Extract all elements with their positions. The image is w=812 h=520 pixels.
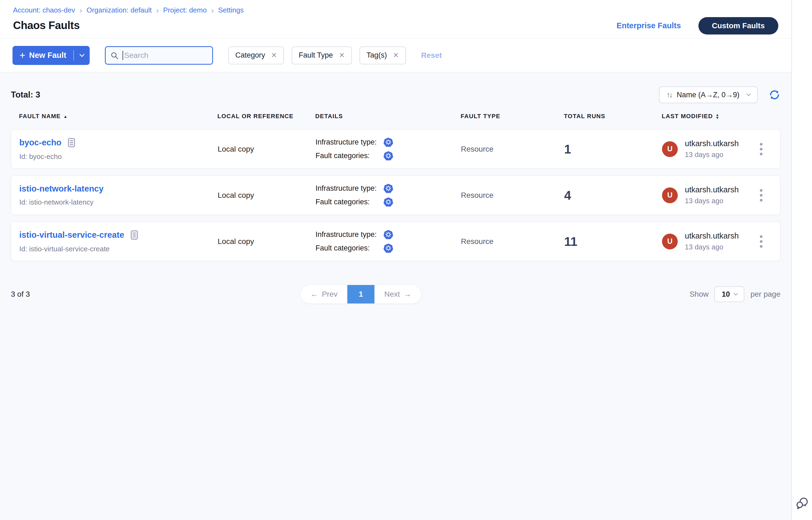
table-row: istio-virtual-service-create Id: istio-v… — [11, 222, 781, 261]
fault-type-cell: Resource — [461, 145, 564, 154]
infrastructure-type-label: Infrastructure type: — [315, 184, 383, 192]
avatar: U — [662, 141, 678, 157]
fault-name-link[interactable]: istio-virtual-service-create — [19, 230, 124, 240]
search-box — [105, 46, 213, 64]
sort-ascending-icon: ▲ — [63, 114, 68, 119]
local-or-reference-cell: Local copy — [218, 145, 315, 154]
search-input[interactable] — [124, 51, 203, 60]
row-menu-button[interactable] — [750, 186, 772, 204]
local-or-reference-cell: Local copy — [218, 191, 315, 200]
sort-updown-icon: ↑↓ — [667, 91, 672, 99]
arrow-left-icon: ← — [310, 290, 318, 298]
chip-label: Tag(s) — [366, 51, 387, 59]
column-label: TOTAL RUNS — [564, 113, 606, 120]
content-area: Total: 3 ↑↓ Name (A→Z, 0→9) — [0, 72, 791, 520]
infrastructure-type-label: Infrastructure type: — [315, 138, 383, 147]
reset-filters-button[interactable]: Reset — [421, 51, 442, 60]
last-modified-cell: U utkarsh.utkarsh 13 days ago — [662, 232, 750, 251]
kubernetes-icon — [383, 243, 393, 253]
modified-time: 13 days ago — [685, 151, 739, 159]
column-label: FAULT TYPE — [461, 113, 500, 120]
close-icon[interactable]: ✕ — [393, 51, 399, 59]
app-root: Account: chaos-dev › Organization: defau… — [0, 0, 812, 520]
kubernetes-icon — [383, 230, 393, 240]
fault-id: Id: istio-network-latency — [19, 198, 218, 206]
page-1-button[interactable]: 1 — [347, 285, 375, 304]
column-label: DETAILS — [315, 113, 343, 120]
column-header-total-runs: TOTAL RUNS — [564, 113, 662, 120]
avatar: U — [662, 234, 678, 250]
modified-by: utkarsh.utkarsh — [685, 185, 739, 194]
breadcrumb-organization[interactable]: Organization: default — [86, 6, 152, 15]
breadcrumb-settings[interactable]: Settings — [218, 6, 244, 15]
chevron-down-icon — [79, 52, 84, 57]
table-row: istio-network-latency Id: istio-network-… — [11, 176, 781, 215]
page-size-value: 10 — [722, 290, 730, 298]
page-size-select[interactable]: 10 — [714, 286, 744, 302]
toolbar: + New Fault Category ✕ — [0, 38, 791, 72]
filter-chip-fault-type[interactable]: Fault Type ✕ — [291, 47, 352, 64]
local-or-reference-cell: Local copy — [218, 237, 315, 246]
total-runs-cell: 4 — [564, 188, 662, 203]
column-label: LOCAL OR REFERENCE — [218, 113, 294, 120]
page-size-group: Show 10 per page — [689, 286, 781, 302]
row-menu-button[interactable] — [750, 233, 772, 251]
modified-time: 13 days ago — [685, 243, 739, 251]
prev-label: Prev — [322, 290, 337, 298]
breadcrumb-separator-icon: › — [211, 7, 214, 14]
chip-label: Category — [235, 51, 265, 59]
right-gutter — [791, 0, 812, 520]
breadcrumb: Account: chaos-dev › Organization: defau… — [13, 6, 244, 15]
arrow-right-icon: → — [404, 290, 411, 298]
avatar: U — [662, 187, 678, 203]
pagination: 3 of 3 ← Prev 1 Next → Show 10 — [11, 285, 781, 304]
modified-time: 13 days ago — [685, 197, 739, 205]
total-count: Total: 3 — [11, 90, 40, 100]
kubernetes-icon — [383, 184, 393, 193]
column-header-fault-name[interactable]: FAULT NAME ▲ — [19, 113, 218, 120]
close-icon[interactable]: ✕ — [339, 51, 345, 59]
fault-categories-label: Fault categories: — [315, 244, 383, 252]
page-summary: 3 of 3 — [11, 290, 301, 298]
total-runs-cell: 1 — [564, 142, 662, 156]
breadcrumb-account[interactable]: Account: chaos-dev — [13, 6, 75, 15]
last-modified-cell: U utkarsh.utkarsh 13 days ago — [662, 139, 750, 159]
fault-id: Id: istio-virtual-service-create — [19, 245, 218, 253]
sort-dropdown[interactable]: ↑↓ Name (A→Z, 0→9) — [659, 86, 758, 103]
row-menu-button[interactable] — [750, 140, 772, 158]
modified-by: utkarsh.utkarsh — [685, 232, 739, 240]
main-column: Account: chaos-dev › Organization: defau… — [0, 0, 791, 520]
chat-bubbles-icon — [795, 496, 809, 510]
breadcrumb-project[interactable]: Project: demo — [163, 6, 206, 15]
infrastructure-type-label: Infrastructure type: — [315, 230, 383, 239]
plus-icon: + — [20, 51, 25, 60]
fault-name-link[interactable]: istio-network-latency — [19, 184, 104, 194]
details-cell: Infrastructure type: Fault categories: — [315, 184, 461, 207]
column-label: FAULT NAME — [19, 113, 60, 120]
close-icon[interactable]: ✕ — [271, 51, 277, 59]
column-label: LAST MODIFIED — [662, 113, 713, 120]
enterprise-faults-link[interactable]: Enterprise Faults — [617, 21, 681, 30]
fault-name-link[interactable]: byoc-echo — [19, 138, 61, 148]
help-chat-button[interactable] — [795, 496, 809, 510]
kubernetes-icon — [383, 137, 393, 147]
column-header-details: DETAILS — [315, 113, 461, 120]
per-page-label: per page — [750, 290, 781, 298]
filter-chip-category[interactable]: Category ✕ — [228, 47, 284, 64]
fault-name-cell: istio-network-latency Id: istio-network-… — [19, 184, 218, 206]
copy-icon[interactable] — [130, 230, 139, 240]
breadcrumb-separator-icon: › — [156, 7, 159, 14]
next-page-button[interactable]: Next → — [375, 285, 421, 304]
copy-icon[interactable] — [67, 137, 76, 148]
custom-faults-button[interactable]: Custom Faults — [699, 17, 778, 34]
list-top-bar: Total: 3 ↑↓ Name (A→Z, 0→9) — [11, 86, 781, 103]
new-fault-dropdown-button[interactable] — [74, 46, 90, 65]
filter-chip-tags[interactable]: Tag(s) ✕ — [359, 47, 406, 64]
column-header-last-modified[interactable]: LAST MODIFIED ▲▼ — [662, 113, 751, 120]
kubernetes-icon — [383, 151, 393, 161]
new-fault-split-button: + New Fault — [12, 46, 90, 65]
prev-page-button[interactable]: ← Prev — [301, 285, 347, 304]
new-fault-button[interactable]: + New Fault — [12, 46, 73, 65]
refresh-icon — [768, 89, 781, 101]
refresh-button[interactable] — [768, 89, 781, 101]
